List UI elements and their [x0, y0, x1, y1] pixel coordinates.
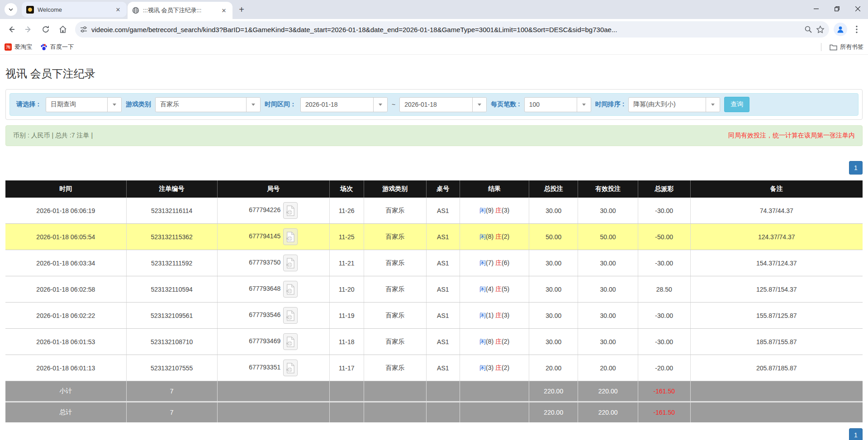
cell-result: 闲(1) 庄(3)	[460, 303, 529, 329]
summary-label: 小计	[5, 381, 126, 402]
game-kind-select[interactable]: 百家乐	[155, 97, 261, 112]
menu-kebab-icon[interactable]	[849, 22, 864, 37]
cell-session: 11-17	[329, 355, 364, 381]
browser-tab-betrecord[interactable]: :::视讯 会员下注纪录::: ✕	[128, 2, 232, 19]
cell-round-number: 677793648	[217, 276, 329, 303]
filter-panel: 请选择： 日期查询 游戏类别 百家乐 时间区间： 2026-01-18 ~ 20…	[5, 89, 863, 120]
search-button[interactable]: 查询	[724, 97, 749, 112]
summary-cell	[460, 381, 529, 402]
summary-cell	[217, 402, 329, 423]
new-tab-button[interactable]: +	[235, 3, 248, 16]
summary-bar: 币别 : 人民币 | 总共 :7 注单 | 同局有效投注，统一计算在该局第一张注…	[5, 125, 863, 146]
back-icon[interactable]	[4, 22, 19, 37]
cell-bet-number: 523132108710	[126, 329, 217, 355]
video-replay-button[interactable]	[283, 307, 298, 324]
page-1-button[interactable]: 1	[849, 428, 863, 440]
cell-bet-number: 523132116114	[126, 198, 217, 224]
zoom-magnifier-icon[interactable]	[804, 25, 812, 33]
video-replay-button[interactable]	[283, 228, 298, 245]
round-number: 677794145	[249, 232, 280, 240]
cell-bet-number: 523132110594	[126, 276, 217, 303]
cell-table-number: AS1	[426, 198, 460, 224]
cell-session: 11-25	[329, 224, 364, 250]
cell-session: 11-21	[329, 250, 364, 276]
site-settings-tune-icon[interactable]	[80, 25, 88, 33]
result-player: 闲	[479, 259, 486, 266]
result-player: 闲	[479, 233, 486, 240]
result-banker-score: (3)	[502, 312, 509, 319]
video-icon	[286, 310, 295, 321]
summary-cell	[329, 381, 364, 402]
column-header: 注单编号	[126, 180, 217, 198]
url-text[interactable]: videoie.com/game/betrecord_search/kind3?…	[91, 26, 801, 33]
video-replay-button[interactable]	[283, 255, 298, 271]
cell-table-number: AS1	[426, 276, 460, 303]
bet-records-table: 时间注单编号局号场次游戏类别桌号结果总投注有效投注总派彩备注 2026-01-1…	[5, 180, 863, 422]
close-window-button[interactable]	[847, 0, 868, 17]
result-player-score: (9)	[486, 207, 493, 214]
address-bar[interactable]: videoie.com/game/betrecord_search/kind3?…	[75, 21, 829, 38]
round-number: 677793648	[249, 285, 280, 292]
chevron-down-icon[interactable]	[577, 98, 591, 112]
tab-title: Welcome	[38, 6, 110, 13]
chevron-down-icon[interactable]	[246, 98, 260, 112]
forward-icon[interactable]	[21, 22, 36, 37]
chevron-down-icon[interactable]	[107, 98, 121, 112]
window-controls	[806, 0, 868, 17]
cell-round-number: 677793351	[217, 355, 329, 381]
summary-cell	[329, 402, 364, 423]
page-1-button[interactable]: 1	[849, 161, 863, 175]
bookmark-baidu[interactable]: 百度一下	[40, 43, 74, 51]
chevron-down-icon[interactable]	[373, 98, 387, 112]
bookmark-aitaobao[interactable]: 淘 爱淘宝	[5, 43, 32, 51]
cell-total-bet: 50.00	[529, 224, 578, 250]
column-header: 总派彩	[638, 180, 690, 198]
column-header: 结果	[460, 180, 529, 198]
currency-total-text: 币别 : 人民币 | 总共 :7 注单 |	[13, 132, 93, 140]
reload-icon[interactable]	[38, 22, 53, 37]
chevron-down-icon[interactable]	[472, 98, 486, 112]
cell-time: 2026-01-18 06:05:54	[5, 224, 126, 250]
round-number: 677793546	[249, 311, 280, 318]
tab-strip: Welcome ✕ :::视讯 会员下注纪录::: ✕ +	[0, 0, 868, 19]
cell-total-bet: 30.00	[529, 303, 578, 329]
tab-search-chevron-icon[interactable]	[5, 3, 17, 16]
summary-label: 总计	[5, 402, 126, 423]
cell-result: 闲(7) 庄(6)	[460, 250, 529, 276]
video-replay-button[interactable]	[283, 281, 298, 298]
result-banker: 庄	[495, 312, 502, 319]
minimize-button[interactable]	[806, 0, 826, 17]
video-replay-button[interactable]	[283, 360, 298, 376]
result-player-score: (4)	[486, 285, 493, 293]
browser-tab-welcome[interactable]: Welcome ✕	[22, 2, 127, 17]
per-page-select[interactable]: 100	[524, 97, 591, 112]
cell-note: 185.87/155.87	[690, 329, 863, 355]
sort-select[interactable]: 降冪(由大到小)	[628, 97, 720, 112]
tab-close-icon[interactable]: ✕	[220, 6, 228, 14]
video-replay-button[interactable]	[283, 202, 298, 219]
result-banker-score: (5)	[502, 285, 509, 293]
table-row: 2026-01-18 06:05:54 523132115362 6777941…	[5, 224, 863, 250]
column-header: 有效投注	[578, 180, 638, 198]
restore-button[interactable]	[826, 0, 847, 17]
cell-bet-number: 523132115362	[126, 224, 217, 250]
result-player-score: (8)	[486, 233, 493, 240]
cell-result: 闲(3) 庄(2)	[460, 355, 529, 381]
profile-avatar[interactable]	[834, 23, 847, 36]
video-icon	[286, 232, 295, 242]
date-end-input[interactable]: 2026-01-18	[399, 97, 487, 112]
tab-close-icon[interactable]: ✕	[114, 5, 122, 14]
date-start-input[interactable]: 2026-01-18	[300, 97, 388, 112]
query-type-select[interactable]: 日期查询	[46, 97, 122, 112]
all-bookmarks-button[interactable]: 所有书签	[830, 43, 863, 51]
summary-cell	[426, 402, 460, 423]
video-replay-button[interactable]	[283, 333, 298, 350]
bookmarks-divider	[821, 43, 821, 51]
result-player: 闲	[479, 364, 486, 371]
home-icon[interactable]	[55, 22, 71, 37]
date-start-value: 2026-01-18	[301, 98, 373, 112]
round-number: 677793351	[249, 364, 280, 371]
baidu-paw-icon	[40, 43, 47, 51]
bookmark-star-icon[interactable]	[816, 25, 825, 34]
chevron-down-icon[interactable]	[706, 98, 720, 112]
